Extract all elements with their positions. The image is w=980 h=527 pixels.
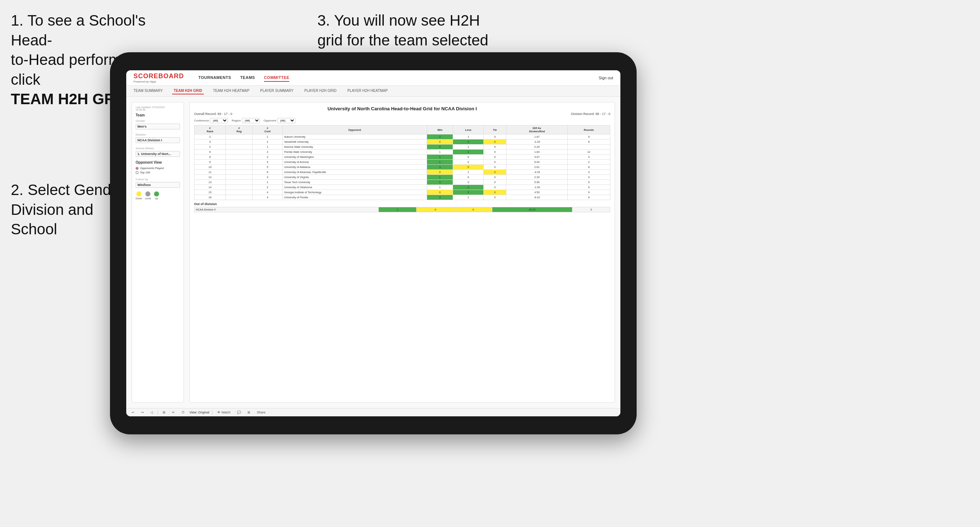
back-button[interactable]: ◁ (149, 410, 155, 415)
cell-opponent: University of Florida (282, 195, 427, 200)
out-division-header: Out of division (194, 200, 610, 207)
redo-button[interactable]: ↪ (139, 410, 146, 415)
clock-button[interactable]: ⏱ (180, 410, 186, 415)
cell-conf: 3 (253, 175, 282, 180)
cell-reg (226, 135, 253, 140)
sub-nav-team-summary[interactable]: TEAM SUMMARY (132, 87, 165, 94)
cell-win: 2 (427, 135, 453, 140)
school-select[interactable]: 1. University of Nort... (135, 151, 180, 157)
nav-items: TOURNAMENTS TEAMS COMMITTEE (198, 74, 289, 82)
cell-conf: 2 (253, 140, 282, 144)
table-header-row: #Rank #Reg #Conf Opponent Win Loss Tie D… (194, 125, 610, 135)
gender-select[interactable]: Men's (135, 124, 180, 129)
table-row: 14 2 University of Oklahoma 1 2 0 -1.00 … (194, 185, 610, 190)
cell-tie: 0 (484, 190, 506, 195)
legend-dot-up (154, 191, 159, 197)
cell-opponent: Florida State University (282, 149, 427, 155)
filter-conference: Conference (All) (194, 118, 228, 123)
out-division-table: NCAA Division II 1 0 0 26.00 3 (194, 207, 610, 212)
table-row: 8 2 University of Washington 1 0 0 3.67 … (194, 155, 610, 160)
sub-nav-team-h2h-heatmap[interactable]: TEAM H2H HEATMAP (211, 87, 251, 94)
cell-rounds: 9 (567, 185, 610, 190)
cell-win: 1 (427, 175, 453, 180)
share-button[interactable]: Share (255, 410, 267, 415)
cell-rounds: 9 (567, 135, 610, 140)
cell-rank: 9 (194, 160, 226, 165)
logo: SCOREBOARD Powered by clippi (134, 73, 184, 83)
col-tie: Tie (484, 125, 506, 135)
cell-reg (226, 144, 253, 149)
logo-subtext: Powered by clippi (134, 80, 156, 83)
conference-select[interactable]: (All) (210, 118, 228, 123)
cell-rounds: 9 (567, 190, 610, 195)
radio-top100[interactable]: Top 100 (135, 171, 180, 174)
out-division-loss: 0 (417, 207, 455, 212)
overall-record: Overall Record: 89 - 17 - 0 (194, 112, 232, 116)
filter-region: Region (All) (232, 118, 260, 123)
tablet-device: SCOREBOARD Powered by clippi TOURNAMENTS… (110, 52, 636, 434)
cell-conf: 5 (253, 165, 282, 170)
cell-diff: 9.00 (506, 160, 568, 165)
cell-opponent: University of Alabama (282, 165, 427, 170)
cell-opponent: University of Washington (282, 155, 427, 160)
division-record: Division Record: 88 - 17 - 0 (571, 112, 610, 116)
watch-button[interactable]: 👁 Watch (215, 410, 232, 415)
table-row: 12 3 University of Virginia 1 0 0 2.33 3 (194, 175, 610, 180)
cell-reg (226, 185, 253, 190)
legend: Down Level Up (135, 191, 180, 200)
cell-conf: 1 (253, 180, 282, 185)
cell-opponent: University of Arizona (282, 160, 427, 165)
view-label: View: Original (189, 411, 209, 414)
cell-rank: 2 (194, 135, 226, 140)
cell-reg (226, 170, 253, 175)
division-label: Division (135, 133, 180, 136)
sign-out-button[interactable]: Sign out (599, 76, 613, 80)
cell-opponent: Auburn University (282, 135, 427, 140)
left-panel: Last Updated: 27/03/2024 16:55:38 Team G… (132, 102, 184, 403)
data-panel: University of North Carolina Head-to-Hea… (189, 102, 615, 403)
opponent-view-radio-group: Opponents Played Top 100 (135, 167, 180, 174)
cell-loss: 1 (453, 135, 484, 140)
table-row: 16 3 University of Florida 3 1 0 -6.42 9 (194, 195, 610, 200)
grid-button[interactable]: ⊞ (246, 410, 252, 415)
comment-button[interactable]: 💬 (235, 410, 243, 415)
out-division-rounds: 3 (572, 207, 610, 212)
region-select[interactable]: (All) (242, 118, 260, 123)
cell-rank: 13 (194, 180, 226, 185)
cell-rank: 8 (194, 155, 226, 160)
cell-rounds: 3 (567, 155, 610, 160)
nav-teams[interactable]: TEAMS (240, 74, 255, 82)
cell-diff: 2.61 (506, 165, 568, 170)
colour-by-select[interactable]: Win/loss (135, 182, 180, 188)
sub-nav-player-summary[interactable]: PLAYER SUMMARY (258, 87, 295, 94)
legend-level: Level (145, 191, 151, 200)
cell-tie: 0 (484, 135, 506, 140)
radio-opponents-played[interactable]: Opponents Played (135, 167, 180, 170)
cell-diff: -2.29 (506, 140, 568, 144)
out-division-tie: 0 (455, 207, 492, 212)
nav-committee[interactable]: COMMITTEE (264, 74, 290, 82)
nav-tournaments[interactable]: TOURNAMENTS (198, 74, 231, 82)
division-select[interactable]: NCAA Division I (135, 137, 180, 143)
crop-button[interactable]: ⊞ (161, 410, 167, 415)
sub-nav-player-h2h-grid[interactable]: PLAYER H2H GRID (302, 87, 338, 94)
legend-dot-down (136, 191, 142, 197)
sub-nav-player-h2h-heatmap[interactable]: PLAYER H2H HEATMAP (345, 87, 390, 94)
draw-button[interactable]: ✏ (170, 410, 177, 415)
undo-button[interactable]: ↩ (130, 410, 136, 415)
sub-nav-team-h2h-grid[interactable]: TEAM H2H GRID (172, 87, 204, 94)
col-win: Win (427, 125, 453, 135)
cell-rank: 6 (194, 149, 226, 155)
col-opponent: Opponent (282, 125, 427, 135)
cell-opponent: Vanderbilt University (282, 140, 427, 144)
cell-rank: 15 (194, 190, 226, 195)
table-row: 2 1 Auburn University 2 1 0 1.67 9 (194, 135, 610, 140)
out-division-row: NCAA Division II 1 0 0 26.00 3 (194, 207, 610, 212)
cell-diff: 1.67 (506, 135, 568, 140)
cell-reg (226, 190, 253, 195)
cell-tie: 0 (484, 175, 506, 180)
cell-diff: 1.83 (506, 149, 568, 155)
opponent-select[interactable]: (All) (277, 118, 295, 123)
app-nav: SCOREBOARD Powered by clippi TOURNAMENTS… (126, 70, 620, 86)
cell-diff: 5.56 (506, 180, 568, 185)
